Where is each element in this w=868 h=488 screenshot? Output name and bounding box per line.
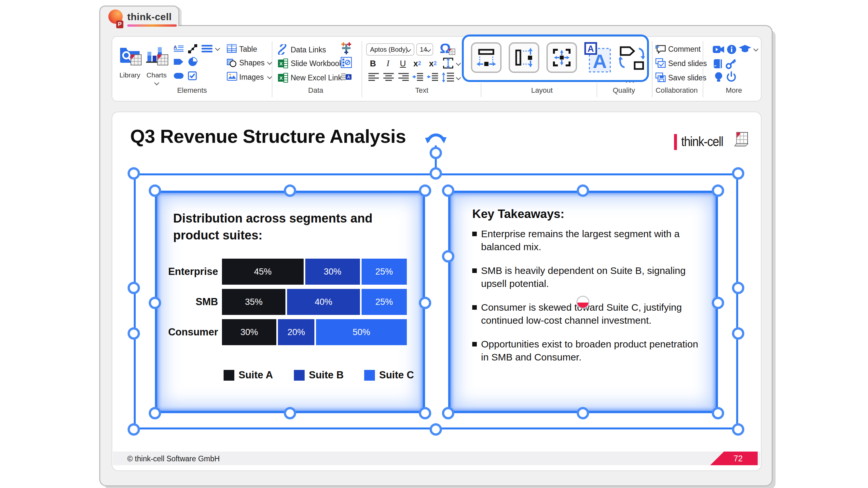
selection-handle[interactable] [712, 407, 724, 419]
connector-line-icon[interactable] [188, 44, 197, 54]
rounded-rectangle-icon[interactable] [174, 72, 184, 79]
tab-active-underline [127, 24, 177, 27]
stacked-bar[interactable]: 35%40%25% [222, 289, 407, 315]
fit-text-frame-icon[interactable] [442, 57, 455, 69]
selection-handle[interactable] [128, 167, 140, 180]
selection-handle[interactable] [442, 250, 454, 263]
align-left-icon[interactable] [368, 72, 379, 81]
legend-label: Suite A [239, 369, 273, 381]
video-tutorials-icon[interactable] [713, 45, 724, 54]
thinkcell-logo-text: think-cell [681, 134, 723, 149]
align-right-icon[interactable] [398, 72, 409, 81]
library-button[interactable] [119, 45, 140, 64]
italic-button[interactable]: I [382, 58, 394, 69]
save-slides-button[interactable]: Save slides [668, 73, 707, 82]
decrease-indent-icon[interactable] [412, 72, 424, 81]
chart-category-label: SMB [157, 296, 222, 308]
line-spacing-icon[interactable] [442, 72, 455, 83]
selection-handle[interactable] [712, 185, 724, 197]
new-excel-link-button[interactable]: New Excel Link [291, 73, 342, 82]
increase-indent-icon[interactable] [427, 72, 438, 81]
selection-handle[interactable] [712, 297, 724, 309]
selection-handle[interactable] [149, 407, 161, 419]
font-name-select[interactable]: Aptos (Body) [366, 43, 414, 56]
list-menu-chevron-icon[interactable] [215, 46, 220, 51]
selection-handle[interactable] [419, 185, 431, 197]
selection-handle[interactable] [577, 407, 589, 419]
more-chevron-icon[interactable] [753, 46, 758, 52]
selection-handle[interactable] [732, 167, 744, 180]
selection-handle[interactable] [732, 282, 744, 294]
tableau-icon[interactable] [340, 42, 352, 54]
tips-bulb-icon[interactable] [714, 72, 723, 82]
charts-chevron-icon[interactable] [154, 80, 159, 86]
chart-row: Enterprise45%30%25% [157, 259, 407, 285]
svg-text:A: A [347, 75, 350, 79]
selection-handle[interactable] [419, 407, 431, 419]
underline-button[interactable]: U [397, 58, 409, 69]
section-label-layout: Layout [531, 86, 553, 95]
text-element-icon[interactable]: A [174, 44, 184, 53]
tab-content[interactable]: P think-cell [99, 5, 179, 32]
font-size-select[interactable]: 14 [416, 43, 433, 56]
training-icon[interactable] [739, 44, 751, 54]
shapes-chevron-icon[interactable] [267, 60, 272, 65]
subscript-button[interactable]: x2 [411, 58, 424, 69]
bold-button[interactable]: B [367, 58, 379, 69]
selection-handle[interactable] [577, 185, 589, 197]
images-button[interactable]: Images [239, 73, 264, 82]
line-spacing-chevron-icon[interactable] [456, 75, 461, 80]
selection-handle[interactable] [442, 185, 454, 197]
checkbox-icon[interactable] [188, 71, 197, 80]
excel-icon: X [278, 72, 288, 83]
workbook-link-icon[interactable] [341, 57, 352, 68]
fit-text-chevron-icon[interactable] [456, 61, 461, 66]
images-chevron-icon[interactable] [267, 74, 272, 79]
info-icon[interactable] [727, 44, 737, 54]
table-button[interactable]: Table [239, 45, 257, 54]
selection-handle[interactable] [284, 407, 296, 419]
shapes-button[interactable]: Shapes [239, 59, 265, 67]
selection-handle[interactable] [128, 327, 140, 340]
comment-button[interactable]: Comment [668, 45, 701, 54]
selection-handle[interactable] [430, 167, 442, 180]
section-divider [652, 41, 653, 97]
deactivate-power-icon[interactable] [726, 71, 737, 82]
label-tag-icon[interactable] [174, 58, 184, 65]
selection-handle[interactable] [128, 282, 140, 294]
stacked-bar[interactable]: 30%20%50% [222, 319, 407, 345]
selection-handle[interactable] [284, 185, 296, 197]
chart-row: Consumer30%20%50% [157, 319, 407, 345]
rotate-handle-arrow-icon[interactable] [425, 130, 447, 145]
manual-icon[interactable] [713, 59, 723, 69]
superscript-button[interactable]: x2 [427, 58, 439, 69]
chart-panel[interactable]: Distribution across segments and product… [155, 191, 425, 413]
svg-text:X: X [279, 75, 282, 81]
text-link-icon[interactable]: A [341, 72, 352, 82]
charts-button[interactable] [146, 45, 167, 64]
rotate-handle[interactable] [430, 147, 442, 159]
data-links-button[interactable]: Data Links [291, 45, 326, 54]
ribbon-toolbar: Library Charts A [112, 36, 762, 101]
align-center-icon[interactable] [383, 72, 394, 81]
selection-handle[interactable] [419, 297, 431, 309]
list-menu-icon[interactable] [202, 44, 213, 53]
send-slides-button[interactable]: Send slides [668, 59, 707, 68]
chart-legend: Suite ASuite BSuite C [224, 369, 434, 381]
pie-chart-icon[interactable] [188, 57, 197, 67]
selection-handle[interactable] [732, 423, 744, 435]
selection-handle[interactable] [149, 185, 161, 197]
takeaway-item: Enterprise remains the largest segment w… [472, 227, 702, 254]
selection-handle[interactable] [732, 327, 744, 340]
selection-handle[interactable] [442, 407, 454, 419]
slide-workbook-button[interactable]: Slide Workbook [291, 59, 343, 68]
center-lock-handle[interactable] [577, 296, 589, 309]
slide-footer: © think-cell Software GmbH 72 [113, 452, 760, 465]
license-key-icon[interactable] [725, 58, 737, 69]
selection-handle[interactable] [430, 423, 442, 435]
special-character-button[interactable]: Ω [440, 41, 455, 56]
stacked-bar[interactable]: 45%30%25% [222, 259, 407, 285]
selection-handle[interactable] [149, 297, 161, 309]
selection-handle[interactable] [128, 423, 140, 435]
section-label-collaboration: Collaboration [655, 86, 698, 95]
